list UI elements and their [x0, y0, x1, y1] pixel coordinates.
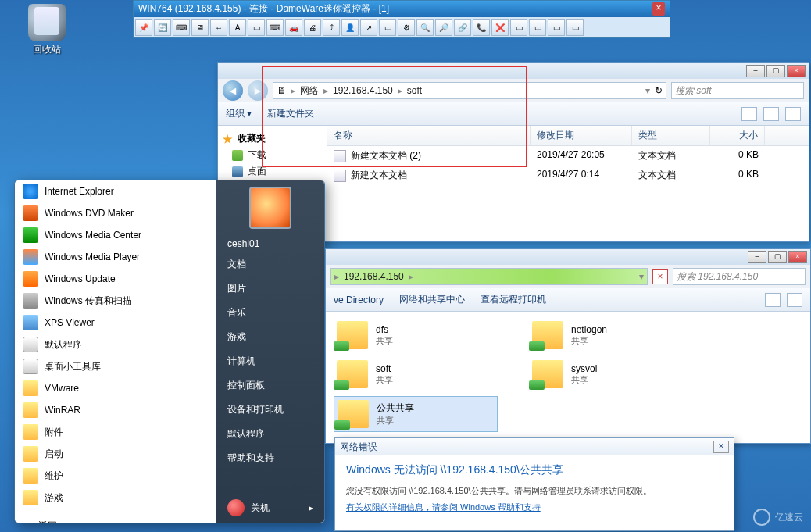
start-folder-附件[interactable]: 附件: [15, 421, 216, 443]
username[interactable]: ceshi01: [216, 235, 324, 252]
dameware-tool-5[interactable]: A: [229, 19, 246, 36]
start-folder-WinRAR[interactable]: WinRAR: [15, 399, 216, 421]
col-date[interactable]: 修改日期: [531, 126, 632, 145]
breadcrumb-box[interactable]: 🖥▸ 网络▸ 192.168.4.150▸ soft ▾ ↻: [273, 82, 666, 99]
maximize-button[interactable]: ▢: [766, 65, 785, 77]
share-公共共享[interactable]: 公共共享共享: [334, 396, 498, 432]
nav-downloads[interactable]: 下载: [221, 147, 323, 163]
user-avatar[interactable]: [249, 187, 291, 229]
start-place-文档[interactable]: 文档: [216, 252, 324, 277]
dameware-tool-15[interactable]: 🔍: [416, 19, 434, 36]
dameware-tool-20[interactable]: ▭: [510, 19, 527, 36]
crumb-ip[interactable]: 192.168.4.150: [333, 85, 393, 96]
start-place-控制面板[interactable]: 控制面板: [216, 373, 324, 398]
start-item-默认程序[interactable]: 默认程序: [15, 334, 216, 355]
help-link[interactable]: 有关权限的详细信息，请参阅 Windows 帮助和支持: [335, 497, 734, 518]
path-box[interactable]: ▸ 192.168.4.150 ▸ ▾: [330, 268, 648, 285]
organize-menu[interactable]: 组织 ▾: [226, 107, 252, 120]
dameware-tool-17[interactable]: 🔗: [454, 19, 471, 36]
dameware-tool-16[interactable]: 🔎: [435, 19, 452, 36]
dameware-tool-2[interactable]: ⌨: [173, 19, 190, 36]
dameware-tool-12[interactable]: ↗: [360, 19, 377, 36]
start-folder-VMware[interactable]: VMware: [15, 377, 216, 399]
start-folder-游戏[interactable]: 游戏: [15, 487, 216, 509]
new-folder-button[interactable]: 新建文件夹: [267, 107, 314, 120]
shutdown-button[interactable]: 关机 ▸: [216, 493, 324, 523]
share-dfs[interactable]: dfs共享: [334, 318, 498, 352]
view-printers-button[interactable]: 查看远程打印机: [481, 293, 546, 306]
start-item-xps-viewer[interactable]: XPS Viewer: [15, 312, 216, 334]
dameware-tool-9[interactable]: 🖨: [304, 19, 321, 36]
start-back-button[interactable]: ◄返回: [15, 515, 216, 523]
col-type[interactable]: 类型: [632, 126, 710, 145]
window-header[interactable]: – ▢ ×: [326, 249, 810, 265]
col-size[interactable]: 大小: [710, 126, 765, 145]
dameware-tool-10[interactable]: ⤴: [323, 19, 340, 36]
nav-desktop[interactable]: 桌面: [221, 163, 323, 180]
favorites-header[interactable]: ★收藏夹: [221, 130, 323, 147]
start-item-internet-explorer[interactable]: Internet Explorer: [15, 180, 216, 202]
dameware-tool-3[interactable]: 🖥: [191, 19, 209, 36]
close-button[interactable]: ×: [713, 441, 729, 453]
dameware-tool-4[interactable]: ↔: [210, 19, 227, 36]
minimize-button[interactable]: –: [748, 251, 766, 263]
close-button[interactable]: ×: [787, 65, 806, 77]
start-place-默认程序[interactable]: 默认程序: [216, 422, 324, 446]
start-folder-维护[interactable]: 维护: [15, 465, 216, 487]
start-item-桌面小工具库[interactable]: 桌面小工具库: [15, 355, 216, 377]
start-place-音乐[interactable]: 音乐: [216, 301, 324, 325]
view-button[interactable]: [741, 107, 757, 121]
recycle-bin[interactable]: 回收站: [23, 4, 70, 56]
active-directory-button[interactable]: ve Directory: [334, 295, 384, 305]
dameware-title-bar[interactable]: WIN764 (192.168.4.155) - 连接 - DameWare迷你…: [134, 1, 670, 17]
search-input[interactable]: 搜索 soft: [671, 82, 804, 99]
close-button[interactable]: ×: [788, 251, 807, 263]
share-soft[interactable]: soft共享: [334, 357, 498, 391]
search-input[interactable]: 搜索 192.168.4.150: [673, 268, 806, 285]
start-place-设备和打印机[interactable]: 设备和打印机: [216, 398, 324, 422]
help-button[interactable]: [787, 293, 802, 307]
start-place-计算机[interactable]: 计算机: [216, 349, 324, 373]
forward-button[interactable]: ►: [248, 80, 268, 101]
dameware-tool-14[interactable]: ⚙: [398, 19, 415, 36]
refresh-icon[interactable]: ↻: [655, 85, 663, 96]
chevron-down-icon[interactable]: ▾: [639, 271, 644, 282]
dameware-tool-23[interactable]: ▭: [566, 19, 584, 36]
crumb-soft[interactable]: soft: [407, 85, 422, 96]
dameware-tool-19[interactable]: ❌: [491, 19, 509, 36]
help-button[interactable]: [785, 107, 801, 121]
dameware-tool-1[interactable]: 🔄: [154, 19, 171, 36]
dameware-tool-8[interactable]: 🚗: [285, 19, 302, 36]
preview-pane-button[interactable]: [763, 107, 779, 121]
path-ip[interactable]: 192.168.4.150: [344, 271, 404, 282]
stop-refresh-button[interactable]: ×: [652, 269, 668, 284]
start-item-windows-media-player[interactable]: Windows Media Player: [15, 246, 216, 268]
start-place-游戏[interactable]: 游戏: [216, 325, 324, 349]
dameware-tool-6[interactable]: ▭: [248, 19, 265, 36]
file-row[interactable]: 新建文本文档2019/4/27 0:14文本文档0 KB: [327, 166, 809, 185]
start-item-windows-media-center[interactable]: Windows Media Center: [15, 224, 216, 246]
start-item-windows-update[interactable]: Windows Update: [15, 268, 216, 290]
start-item-windows-dvd-maker[interactable]: Windows DVD Maker: [15, 202, 216, 224]
dameware-tool-22[interactable]: ▭: [548, 19, 565, 36]
view-button[interactable]: [765, 293, 781, 307]
dameware-tool-18[interactable]: 📞: [473, 19, 490, 36]
start-place-图片[interactable]: 图片: [216, 277, 324, 301]
start-folder-启动[interactable]: 启动: [15, 443, 216, 465]
dameware-tool-0[interactable]: 📌: [135, 19, 152, 36]
dialog-header[interactable]: 网络错误 ×: [335, 438, 734, 455]
dameware-tool-7[interactable]: ⌨: [266, 19, 284, 36]
chevron-down-icon[interactable]: ▾: [645, 85, 650, 96]
maximize-button[interactable]: ▢: [768, 251, 787, 263]
dameware-tool-21[interactable]: ▭: [529, 19, 546, 36]
back-button[interactable]: ◄: [223, 80, 243, 101]
file-row[interactable]: 新建文本文档 (2)2019/4/27 20:05文本文档0 KB: [327, 146, 809, 166]
dameware-tool-11[interactable]: 👤: [341, 19, 359, 36]
network-center-button[interactable]: 网络和共享中心: [399, 293, 465, 306]
start-place-帮助和支持[interactable]: 帮助和支持: [216, 446, 324, 470]
share-sysvol[interactable]: sysvol共享: [529, 357, 693, 391]
chevron-right-icon[interactable]: ▸: [309, 502, 313, 513]
dameware-tool-13[interactable]: ▭: [379, 19, 396, 36]
crumb-network[interactable]: 网络: [300, 84, 319, 98]
window-header[interactable]: – ▢ ×: [218, 63, 809, 79]
